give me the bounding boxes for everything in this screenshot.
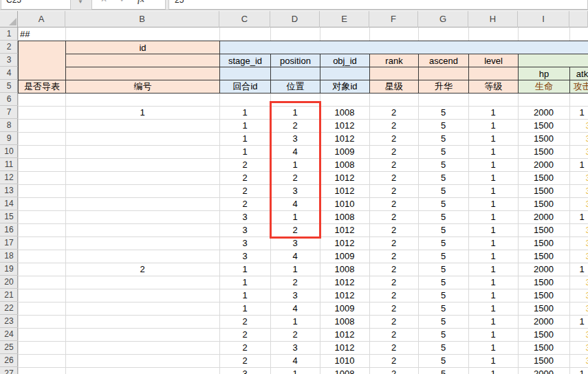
cell-I19[interactable]: 2000 <box>518 263 569 276</box>
cell-E15[interactable]: 1008 <box>320 210 369 223</box>
cell-G3[interactable]: ascend <box>418 54 469 67</box>
cell-H10[interactable]: 1 <box>468 145 518 158</box>
cell-J20[interactable]: 3 <box>569 276 588 289</box>
cell-I14[interactable]: 1500 <box>518 197 569 210</box>
cell-F14[interactable]: 2 <box>369 197 418 210</box>
cell-H19[interactable]: 1 <box>468 263 518 276</box>
cell-J11[interactable]: 1 <box>569 158 588 171</box>
cell-G8[interactable]: 5 <box>418 119 468 132</box>
cell-J8[interactable]: 3 <box>569 119 588 132</box>
cell-F17[interactable]: 2 <box>369 236 418 250</box>
cell-G21[interactable]: 5 <box>418 289 468 302</box>
cell-A2[interactable] <box>18 41 66 80</box>
row-header-12[interactable]: 12 <box>0 171 18 184</box>
cell-D26[interactable]: 4 <box>270 354 320 367</box>
cell-C4[interactable] <box>219 67 271 80</box>
cell-H11[interactable]: 1 <box>468 158 518 171</box>
cell-G14[interactable]: 5 <box>418 197 468 210</box>
cell-I16[interactable]: 1500 <box>518 223 569 236</box>
col-header-A[interactable]: A <box>18 11 65 28</box>
cell-I17[interactable]: 1500 <box>518 236 569 250</box>
cell-G24[interactable]: 5 <box>418 328 468 341</box>
cell-G20[interactable]: 5 <box>418 276 468 289</box>
cell-C13[interactable]: 2 <box>219 184 270 197</box>
cell-C10[interactable]: 1 <box>219 145 270 158</box>
cell-J24[interactable]: 3 <box>569 328 588 341</box>
cell-C23[interactable]: 2 <box>219 315 270 328</box>
col-header-E[interactable]: E <box>320 11 369 28</box>
cell-E9[interactable]: 1012 <box>320 132 369 145</box>
cell-I8[interactable]: 1500 <box>518 119 569 132</box>
cell-D22[interactable]: 4 <box>270 302 320 315</box>
cell-I7[interactable]: 2000 <box>518 106 569 119</box>
cell-E21[interactable]: 1012 <box>320 289 369 302</box>
cell-F22[interactable]: 2 <box>369 302 418 315</box>
row-header-10[interactable]: 10 <box>0 145 18 158</box>
cell-E27[interactable]: 1008 <box>320 367 369 374</box>
cell-E26[interactable]: 1010 <box>320 354 369 367</box>
cell-J18[interactable]: 3 <box>569 250 588 263</box>
cell-J22[interactable]: 3 <box>569 302 588 315</box>
cell-E14[interactable]: 1010 <box>320 197 369 210</box>
cell-C8[interactable]: 1 <box>219 119 270 132</box>
cell-J9[interactable]: 3 <box>569 132 588 145</box>
cell-I24[interactable]: 1500 <box>518 328 569 341</box>
cell-J15[interactable]: 1 <box>569 210 588 223</box>
cell-E17[interactable]: 1012 <box>320 236 369 250</box>
cell-F8[interactable]: 2 <box>369 119 418 132</box>
cell-I3[interactable] <box>518 54 588 67</box>
cell-J10[interactable]: 3 <box>569 145 588 158</box>
enter-icon[interactable]: ✓ <box>120 0 127 5</box>
cell-F12[interactable]: 2 <box>369 171 418 184</box>
cell-G12[interactable]: 5 <box>418 171 468 184</box>
cancel-icon[interactable]: ✕ <box>100 0 107 5</box>
cell-B2[interactable]: id <box>65 41 220 54</box>
cell-H13[interactable]: 1 <box>468 184 518 197</box>
row-header-1[interactable]: 1 <box>0 28 18 41</box>
cell-F4[interactable] <box>369 67 419 80</box>
cell-H12[interactable]: 1 <box>468 171 518 184</box>
row-header-11[interactable]: 11 <box>0 158 18 171</box>
row-header-18[interactable]: 18 <box>0 250 18 263</box>
cell-C15[interactable]: 3 <box>219 210 270 223</box>
cell-E12[interactable]: 1012 <box>320 171 369 184</box>
cell-I12[interactable]: 1500 <box>518 171 569 184</box>
row-header-24[interactable]: 24 <box>0 328 18 341</box>
row-header-27[interactable]: 27 <box>0 367 18 374</box>
cell-D20[interactable]: 2 <box>270 276 320 289</box>
cell-F20[interactable]: 2 <box>369 276 418 289</box>
cell-F18[interactable]: 2 <box>369 250 418 263</box>
cell-D27[interactable]: 1 <box>270 367 320 374</box>
cell-D19[interactable]: 1 <box>270 263 320 276</box>
cell-C16[interactable]: 3 <box>219 223 270 236</box>
cell-F3[interactable]: rank <box>369 54 419 67</box>
row-header-7[interactable]: 7 <box>0 106 18 119</box>
cell-E13[interactable]: 1012 <box>320 184 369 197</box>
cell-I21[interactable]: 1500 <box>518 289 569 302</box>
cell-B4[interactable] <box>65 67 220 80</box>
row-header-14[interactable]: 14 <box>0 197 18 210</box>
cell-H27[interactable]: 1 <box>468 367 518 374</box>
cell-J13[interactable]: 3 <box>569 184 588 197</box>
cell-F24[interactable]: 2 <box>369 328 418 341</box>
cell-H24[interactable]: 1 <box>468 328 518 341</box>
row-header-3[interactable]: 3 <box>0 54 18 67</box>
cell-E25[interactable]: 1012 <box>320 341 369 354</box>
row-header-19[interactable]: 19 <box>0 263 18 276</box>
fx-icon[interactable]: fx <box>138 0 144 5</box>
cell-E22[interactable]: 1009 <box>320 302 369 315</box>
cell-D5[interactable]: 位置 <box>270 80 320 94</box>
cell-J26[interactable]: 3 <box>569 354 588 367</box>
row-header-16[interactable]: 16 <box>0 223 18 236</box>
cell-J25[interactable]: 3 <box>569 341 588 354</box>
cell-J27[interactable]: 1 <box>569 367 588 374</box>
row-header-2[interactable]: 2 <box>0 41 18 54</box>
row-header-5[interactable]: 5 <box>0 80 18 93</box>
col-header-G[interactable]: G <box>418 11 468 28</box>
cell-H20[interactable]: 1 <box>468 276 518 289</box>
cell-G9[interactable]: 5 <box>418 132 468 145</box>
cell-F16[interactable]: 2 <box>369 223 418 236</box>
row-header-8[interactable]: 8 <box>0 119 18 132</box>
cell-E4[interactable] <box>320 67 370 80</box>
cell-C7[interactable]: 1 <box>219 106 270 119</box>
